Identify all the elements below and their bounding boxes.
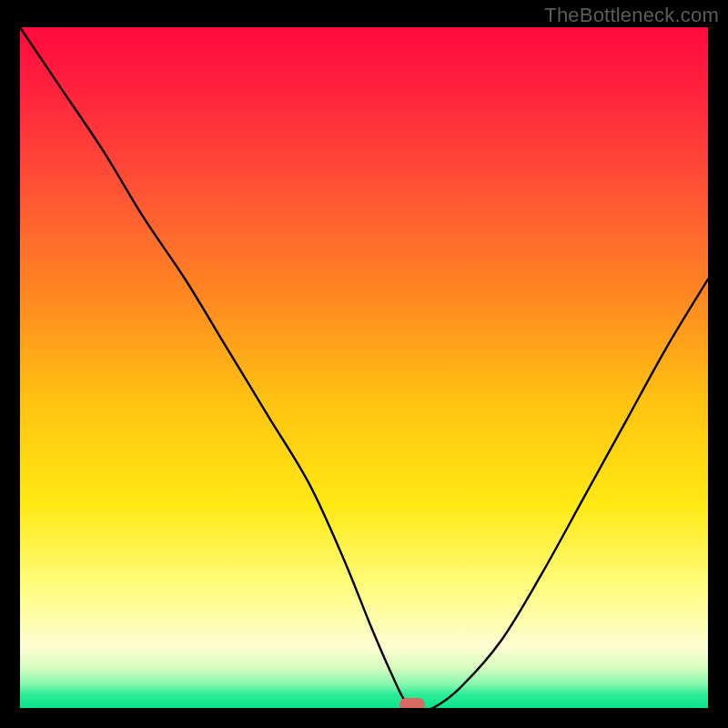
watermark-text: TheBottleneck.com — [544, 4, 719, 27]
optimal-marker — [399, 698, 425, 708]
bottleneck-curve — [20, 27, 708, 708]
plot-area — [20, 27, 708, 708]
chart-frame: TheBottleneck.com — [0, 0, 728, 728]
